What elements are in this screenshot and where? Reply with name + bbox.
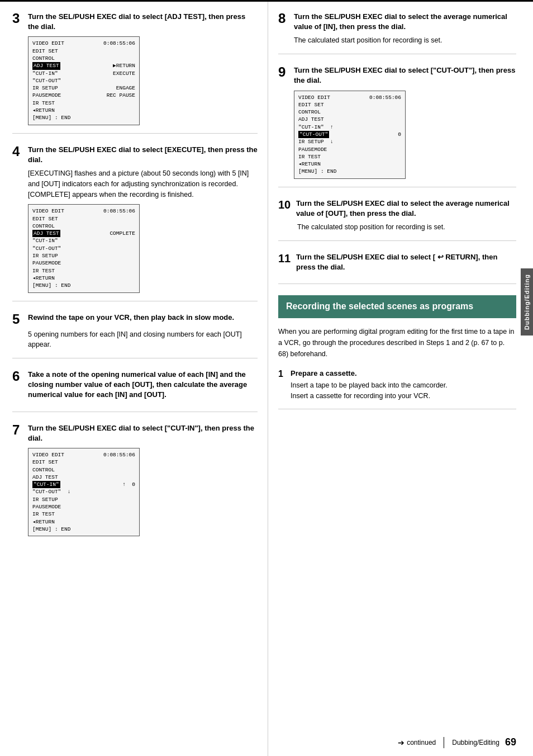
step-3-screen: VIDEO EDIT0:08:55:06 EDIT SET CONTROL AD… [28,36,140,125]
left-column: 3 Turn the SEL/PUSH EXEC dial to select … [0,2,268,756]
step-4-screen: VIDEO EDIT0:08:55:06 EDIT SET CONTROL AD… [28,204,140,292]
step-6-number: 6 [12,370,25,383]
step-10-title: Turn the SEL/PUSH EXEC dial to select th… [296,199,516,219]
step-8-title: Turn the SEL/PUSH EXEC dial to select th… [294,12,516,32]
step-8-number: 8 [278,12,291,25]
step-6: 6 Take a note of the opening numerical v… [12,370,258,412]
page-number: 69 [505,736,516,748]
section-body: When you are performing digital program … [278,326,516,360]
step-4: 4 Turn the SEL/PUSH EXEC dial to select … [12,145,258,301]
step-7: 7 Turn the SEL/PUSH EXEC dial to select … [12,423,258,545]
section-body-text: When you are performing digital program … [278,328,514,358]
step-8: 8 Turn the SEL/PUSH EXEC dial to select … [278,12,516,54]
step-10: 10 Turn the SEL/PUSH EXEC dial to select… [278,199,516,241]
sub-step-1-line-1: Insert a tape to be played back into the… [291,380,516,391]
sub-step-1: 1 Prepare a cassette. Insert a tape to b… [278,368,516,409]
step-11-number: 11 [278,252,294,264]
page-footer: ➔ continued Dubbing/Editing 69 [398,736,516,748]
sub-step-1-number: 1 [278,368,287,380]
step-11-title: Turn the SEL/PUSH EXEC dial to select [ … [296,252,516,272]
section-title: Recording the selected scenes as program… [286,301,473,311]
step-6-title: Take a note of the opening numerical val… [28,370,258,400]
step-4-title: Turn the SEL/PUSH EXEC dial to select [E… [28,145,258,165]
step-10-number: 10 [278,199,294,211]
step-4-number: 4 [12,145,25,158]
continued-text: ➔ continued [398,738,436,747]
section-header: Recording the selected scenes as program… [278,295,516,318]
step-5-number: 5 [12,313,25,326]
continued-label: continued [407,739,436,746]
step-5-body: 5 opening numbers for each [IN] and clos… [28,330,242,349]
footer-divider [444,737,444,748]
sub-step-1-title: Prepare a cassette. [291,368,357,379]
sub-step-1-body: Insert a tape to be played back into the… [278,380,516,401]
step-9-screen: VIDEO EDIT0:08:55:06 EDIT SET CONTROL AD… [294,91,406,179]
step-3: 3 Turn the SEL/PUSH EXEC dial to select … [12,12,258,134]
step-5-title: Rewind the tape on your VCR, then play b… [28,313,234,323]
step-11: 11 Turn the SEL/PUSH EXEC dial to select… [278,252,516,284]
step-8-body: The calculated start position for record… [294,36,442,44]
sub-step-1-line-2: Insert a cassette for recording into you… [291,391,516,401]
step-10-body: The calculated stop position for recordi… [297,223,445,231]
step-9-number: 9 [278,65,291,79]
step-5: 5 Rewind the tape on your VCR, then play… [12,313,258,359]
side-tab: Dubbing/Editing [521,268,533,336]
step-9: 9 Turn the SEL/PUSH EXEC dial to select … [278,65,516,187]
step-3-number: 3 [12,12,25,25]
step-9-title: Turn the SEL/PUSH EXEC dial to select ["… [294,65,516,86]
step-3-title: Turn the SEL/PUSH EXEC dial to select [A… [28,12,258,32]
step-7-title: Turn the SEL/PUSH EXEC dial to select ["… [28,423,258,443]
page-label: Dubbing/Editing [452,739,499,746]
step-7-screen: VIDEO EDIT0:08:55:06 EDIT SET CONTROL AD… [28,448,140,536]
right-column: 8 Turn the SEL/PUSH EXEC dial to select … [268,2,533,756]
step-7-number: 7 [12,423,25,437]
step-4-body: [EXECUTING] flashes and a picture (about… [28,169,249,199]
